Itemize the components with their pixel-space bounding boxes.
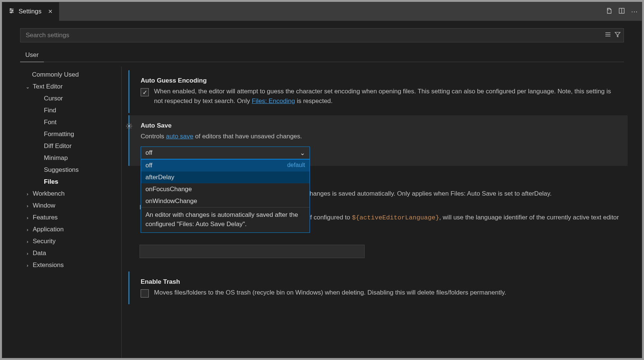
setting-description: Controls auto save of editors that have … bbox=[141, 132, 620, 141]
default-badge: default bbox=[287, 162, 305, 169]
link-files-encoding[interactable]: Files: Encoding bbox=[252, 97, 295, 105]
sidebar-item-formatting[interactable]: Formatting bbox=[19, 128, 118, 140]
chevron-right-icon: › bbox=[25, 263, 31, 268]
select-auto-save[interactable]: off ⌄ bbox=[141, 147, 310, 159]
link-auto-save[interactable]: auto save bbox=[166, 133, 193, 140]
sidebar-item-font[interactable]: Font bbox=[19, 116, 118, 128]
checkbox-enable-trash[interactable] bbox=[141, 289, 149, 298]
setting-title: Enable Trash bbox=[141, 278, 620, 286]
svg-point-3 bbox=[10, 9, 11, 10]
checkbox-auto-guess-encoding[interactable] bbox=[141, 88, 149, 96]
chevron-down-icon: ⌄ bbox=[300, 149, 305, 157]
select-value: off bbox=[145, 149, 153, 157]
svg-point-5 bbox=[10, 12, 12, 13]
setting-description: When enabled, the editor will attempt to… bbox=[154, 87, 620, 106]
chevron-right-icon: › bbox=[25, 227, 31, 232]
sidebar-item-cursor[interactable]: Cursor bbox=[19, 93, 118, 105]
sidebar-item-workbench[interactable]: ›Workbench bbox=[19, 188, 118, 200]
sidebar-item-minimap[interactable]: Minimap bbox=[19, 152, 118, 164]
titlebar: Settings ✕ ⋯ bbox=[2, 2, 642, 21]
sidebar-item-suggestions[interactable]: Suggestions bbox=[19, 164, 118, 176]
sidebar-item-diff-editor[interactable]: Diff Editor bbox=[19, 140, 118, 152]
setting-auto-guess-encoding: Auto Guess Encoding When enabled, the ed… bbox=[128, 70, 628, 113]
settings-editor: Auto Guess Encoding When enabled, the ed… bbox=[121, 67, 634, 358]
search-input[interactable] bbox=[20, 28, 624, 42]
titlebar-actions: ⋯ bbox=[605, 2, 642, 21]
split-editor-icon[interactable] bbox=[617, 7, 626, 16]
link-files-auto-save[interactable]: Files: Auto Save bbox=[451, 190, 496, 197]
sidebar-item-window[interactable]: ›Window bbox=[19, 200, 118, 212]
sidebar-item-commonly-used[interactable]: Commonly Used bbox=[19, 69, 118, 81]
app-frame: Settings ✕ ⋯ bbox=[2, 2, 642, 358]
dropdown-option-afterdelay[interactable]: afterDelay bbox=[141, 171, 310, 183]
settings-content: User Commonly Used ⌄Text Editor Cursor F… bbox=[2, 21, 642, 358]
scope-user[interactable]: User bbox=[20, 48, 44, 62]
dropdown-option-off[interactable]: off default bbox=[141, 160, 310, 171]
setting-auto-save: Auto Save Controls auto save of editors … bbox=[128, 115, 628, 166]
setting-enable-trash: Enable Trash Moves files/folders to the … bbox=[128, 271, 628, 304]
sidebar-item-application[interactable]: ›Application bbox=[19, 224, 118, 235]
settings-sidebar: Commonly Used ⌄Text Editor Cursor Find F… bbox=[10, 67, 121, 358]
close-icon[interactable]: ✕ bbox=[48, 8, 53, 15]
sidebar-item-data[interactable]: ›Data bbox=[19, 247, 118, 259]
clear-search-icon[interactable] bbox=[605, 31, 611, 40]
dropdown-option-onfocuschange[interactable]: onFocusChange bbox=[141, 183, 310, 195]
sidebar-item-text-editor[interactable]: ⌄Text Editor bbox=[19, 81, 118, 93]
svg-point-4 bbox=[12, 10, 13, 11]
setting-title: Auto Save bbox=[141, 122, 620, 129]
dropdown-hint: An editor with changes is automatically … bbox=[141, 208, 310, 232]
chevron-right-icon: › bbox=[25, 191, 31, 197]
setting-title: Auto Guess Encoding bbox=[141, 77, 620, 84]
sidebar-item-security[interactable]: ›Security bbox=[19, 235, 118, 247]
tab-title: Settings bbox=[19, 8, 41, 15]
dropdown-option-onwindowchange[interactable]: onWindowChange bbox=[141, 195, 310, 207]
gear-icon[interactable] bbox=[126, 123, 132, 131]
input-default-language[interactable] bbox=[140, 245, 365, 258]
scope-tabs: User bbox=[20, 48, 624, 62]
chevron-right-icon: › bbox=[25, 239, 31, 244]
chevron-right-icon: › bbox=[25, 251, 31, 256]
filter-icon[interactable] bbox=[614, 31, 621, 40]
setting-description: Moves files/folders to the OS trash (rec… bbox=[154, 288, 506, 298]
search-row bbox=[20, 28, 624, 42]
chevron-right-icon: › bbox=[25, 215, 31, 221]
dropdown-auto-save: off default afterDelay onFocusChange onW… bbox=[141, 159, 310, 233]
more-icon[interactable]: ⋯ bbox=[630, 7, 639, 16]
chevron-down-icon: ⌄ bbox=[25, 84, 31, 90]
sidebar-item-features[interactable]: ›Features bbox=[19, 212, 118, 224]
chevron-right-icon: › bbox=[25, 203, 31, 209]
settings-list-icon bbox=[8, 7, 15, 16]
open-settings-json-icon[interactable] bbox=[605, 7, 613, 16]
sidebar-item-find[interactable]: Find bbox=[19, 105, 118, 116]
tab-settings[interactable]: Settings ✕ bbox=[2, 2, 59, 21]
svg-point-11 bbox=[128, 125, 130, 127]
sidebar-item-extensions[interactable]: ›Extensions bbox=[19, 259, 118, 271]
sidebar-item-files[interactable]: Files bbox=[19, 176, 118, 188]
